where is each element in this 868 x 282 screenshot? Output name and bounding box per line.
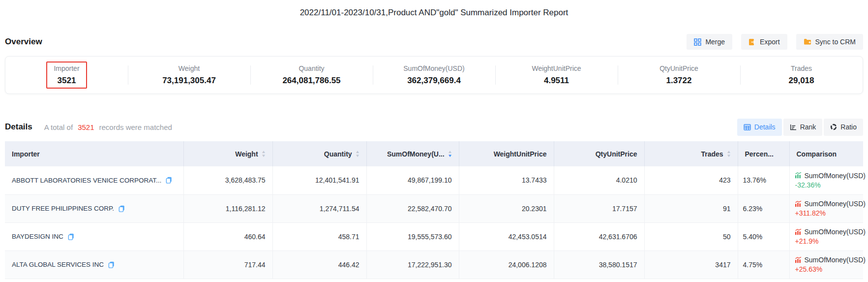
sort-control[interactable]: ▲▼ bbox=[448, 150, 452, 158]
quantity-cell: 458.71 bbox=[272, 222, 366, 251]
rank-chart-icon bbox=[790, 124, 797, 130]
copy-icon[interactable] bbox=[119, 205, 125, 212]
qty-unit-price-cell: 17.7157 bbox=[554, 194, 644, 222]
sync-to-crm-button-label: Sync to CRM bbox=[815, 38, 856, 46]
qty-unit-price-cell: 4.0210 bbox=[554, 166, 644, 194]
copy-icon[interactable] bbox=[68, 233, 74, 240]
column-label: Quantity bbox=[324, 150, 352, 158]
weight-cell: 1,116,281.12 bbox=[183, 194, 272, 222]
table-row[interactable]: ABBOTT LABORATORIES VENICE CORPORAT... 3… bbox=[5, 166, 863, 194]
column-header[interactable]: SumOfMoney(U... ▲▼ bbox=[366, 141, 459, 166]
stat-value: 29,018 bbox=[789, 76, 814, 86]
stat-value: 3521 bbox=[54, 76, 79, 86]
column-header[interactable]: QtyUnitPrice ▲▼ bbox=[554, 141, 644, 166]
sort-control[interactable]: ▲▼ bbox=[356, 150, 359, 158]
overview-stat-box: QtyUnitPrice 1.3722 bbox=[653, 63, 705, 88]
overview-stat-box: SumOfMoney(USD) 362,379,669.4 bbox=[397, 63, 471, 88]
view-tab-ratio[interactable]: Ratio bbox=[824, 119, 863, 136]
overview-heading: Overview bbox=[5, 37, 42, 47]
details-heading: Details bbox=[5, 122, 32, 132]
table-row[interactable]: BAYDESIGN INC 460.64 458.71 19,555,573.6… bbox=[5, 222, 863, 251]
column-header[interactable]: Percen... ▲▼ bbox=[738, 141, 789, 166]
overview-stat: Weight 73,191,305.47 bbox=[128, 57, 250, 94]
trades-cell: 91 bbox=[644, 194, 738, 222]
percent-cell: 5.40% bbox=[738, 222, 789, 251]
export-button[interactable]: Export bbox=[741, 34, 787, 50]
importer-cell: ABBOTT LABORATORIES VENICE CORPORAT... bbox=[5, 166, 183, 194]
details-header: Details A total of 3521 records were mat… bbox=[5, 118, 863, 136]
qty-unit-price-cell: 42,631.6706 bbox=[554, 222, 644, 251]
comparison-metric: SumOfMoney(USD) bbox=[805, 172, 866, 180]
importer-name[interactable]: DUTY FREE PHILIPPINES CORP. bbox=[12, 205, 114, 212]
comparison-change: -32.36% bbox=[795, 181, 859, 189]
stat-label: WeightUnitPrice bbox=[532, 64, 581, 72]
sort-control[interactable]: ▲▼ bbox=[262, 150, 266, 158]
importer-cell: ALTA GLOBAL SERVICES INC bbox=[5, 251, 183, 279]
comparison-change: +311.82% bbox=[795, 209, 859, 217]
view-tab-details[interactable]: Details bbox=[737, 119, 782, 136]
stat-label: SumOfMoney(USD) bbox=[403, 64, 464, 72]
column-header[interactable]: Weight ▲▼ bbox=[183, 141, 272, 166]
overview-stat: Quantity 264,081,786.55 bbox=[250, 57, 373, 94]
importer-name[interactable]: ALTA GLOBAL SERVICES INC bbox=[12, 261, 104, 268]
overview-stat-box: Weight 73,191,305.47 bbox=[156, 63, 222, 88]
copy-icon[interactable] bbox=[166, 177, 172, 184]
stat-value: 4.9511 bbox=[532, 76, 581, 86]
column-header[interactable]: Importer ▲▼ bbox=[5, 141, 183, 166]
sum-of-money-cell: 22,582,470.70 bbox=[366, 194, 459, 222]
merge-button[interactable]: Merge bbox=[687, 34, 732, 50]
sort-control[interactable]: ▲▼ bbox=[727, 150, 731, 158]
overview-stat: WeightUnitPrice 4.9511 bbox=[495, 57, 618, 94]
importer-highlight-box: Importer 3521 bbox=[46, 62, 87, 89]
stat-value: 1.3722 bbox=[659, 76, 698, 86]
importer-name[interactable]: ABBOTT LABORATORIES VENICE CORPORAT... bbox=[12, 177, 161, 184]
sync-folder-icon bbox=[804, 38, 811, 45]
column-label: Trades bbox=[701, 150, 723, 158]
column-label: WeightUnitPrice bbox=[494, 150, 547, 158]
sync-to-crm-button[interactable]: Sync to CRM bbox=[796, 34, 863, 50]
ratio-pie-icon bbox=[830, 124, 837, 130]
table-row[interactable]: ALTA GLOBAL SERVICES INC 717.44 446.42 1… bbox=[5, 251, 863, 279]
copy-icon[interactable] bbox=[108, 261, 115, 268]
stat-value: 264,081,786.55 bbox=[282, 76, 340, 86]
quantity-cell: 12,401,541.91 bbox=[272, 166, 366, 194]
column-label: Comparison bbox=[797, 150, 837, 158]
weight-cell: 3,628,483.75 bbox=[183, 166, 272, 194]
comparison-metric: SumOfMoney(USD) bbox=[805, 228, 866, 236]
importer-cell: DUTY FREE PHILIPPINES CORP. bbox=[5, 194, 183, 222]
view-tab-rank[interactable]: Rank bbox=[783, 119, 823, 136]
sort-desc-icon: ▼ bbox=[448, 154, 452, 158]
weight-cell: 460.64 bbox=[183, 222, 272, 251]
export-button-label: Export bbox=[760, 38, 779, 46]
column-label: QtyUnitPrice bbox=[596, 150, 637, 158]
column-header[interactable]: WeightUnitPrice ▲▼ bbox=[459, 141, 554, 166]
column-header[interactable]: Trades ▲▼ bbox=[644, 141, 738, 166]
stat-label: Trades bbox=[789, 64, 814, 72]
column-header[interactable]: Quantity ▲▼ bbox=[272, 141, 366, 166]
quantity-cell: 1,274,711.54 bbox=[272, 194, 366, 222]
trend-chart-icon bbox=[795, 172, 802, 179]
stat-label: Importer bbox=[54, 64, 79, 72]
overview-stat: Importer 3521 bbox=[5, 57, 128, 94]
sum-of-money-cell: 49,867,199.10 bbox=[366, 166, 459, 194]
column-header[interactable]: Comparison ▲▼ bbox=[789, 141, 863, 166]
stat-label: Weight bbox=[162, 64, 216, 72]
sum-of-money-cell: 17,222,951.30 bbox=[366, 251, 459, 279]
match-suffix: records were matched bbox=[99, 123, 172, 131]
comparison-change: +25.63% bbox=[795, 265, 859, 273]
sort-desc-icon: ▼ bbox=[261, 154, 266, 158]
importer-cell: BAYDESIGN INC bbox=[5, 222, 183, 251]
table-row[interactable]: DUTY FREE PHILIPPINES CORP. 1,116,281.12… bbox=[5, 194, 863, 222]
overview-header: Overview Merge Export Sync to CRM bbox=[5, 33, 863, 50]
overview-stat: QtyUnitPrice 1.3722 bbox=[618, 57, 740, 94]
importer-name[interactable]: BAYDESIGN INC bbox=[12, 233, 63, 240]
comparison-metric: SumOfMoney(USD) bbox=[805, 256, 866, 264]
report-title: 2022/11/01-2023/10/31,Product AND"gold" … bbox=[0, 8, 868, 18]
column-label: Weight bbox=[235, 150, 258, 158]
match-summary: A total of 3521 records were matched bbox=[44, 123, 172, 131]
sort-desc-icon: ▼ bbox=[355, 154, 360, 158]
comparison-cell: SumOfMoney(USD) +311.82% bbox=[789, 194, 863, 222]
trades-cell: 3417 bbox=[644, 251, 738, 279]
trades-cell: 50 bbox=[644, 222, 738, 251]
trend-chart-icon bbox=[795, 201, 802, 207]
